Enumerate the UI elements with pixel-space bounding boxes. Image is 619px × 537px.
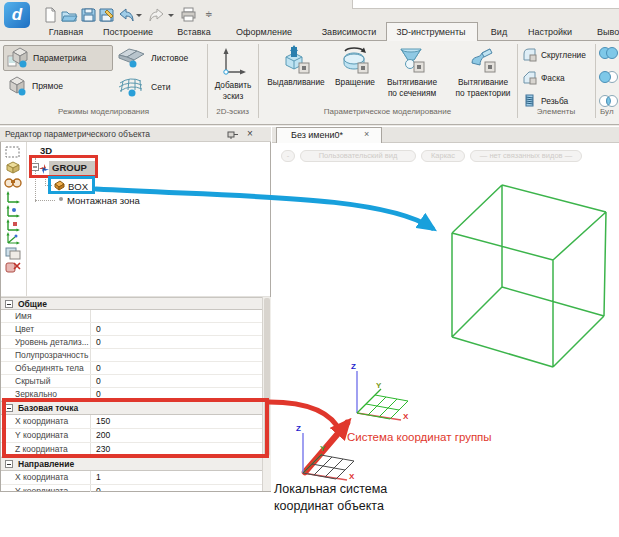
tree-bullet (59, 197, 63, 201)
layers-icon[interactable] (4, 246, 22, 260)
collapse-icon[interactable] (5, 300, 13, 308)
extrude-label: Выдавливание (267, 77, 324, 87)
property-label: Полупрозрачность (15, 349, 88, 361)
solid-preview-icon[interactable] (4, 160, 22, 174)
group-label-boolean: Бул (596, 107, 619, 116)
pryamoe-button[interactable]: Прямое (3, 73, 113, 99)
property-value[interactable]: 0 (96, 336, 101, 348)
tree-node-montage-zone[interactable]: Монтажная зона (67, 195, 140, 206)
tab-nastroyki[interactable]: Настройки (528, 27, 572, 37)
local-cs-annotation: Локальная система координат объекта (274, 481, 387, 515)
property-value[interactable]: 1 (96, 471, 101, 483)
document-tab-close-icon[interactable]: × (364, 129, 369, 139)
open-folder-icon[interactable] (61, 7, 78, 23)
fillet-icon (522, 47, 537, 64)
local-ucs-z-label: Z (296, 424, 301, 433)
add-sketch-label-2: эскиз (223, 91, 243, 101)
viewport-minimize-pill[interactable]: - (281, 150, 295, 162)
seti-button[interactable]: Сети (114, 74, 204, 100)
revolve-label: Вращение (335, 77, 375, 87)
ucs-xyz-icon[interactable] (4, 231, 22, 245)
boolean-union-icon[interactable] (598, 45, 619, 62)
tab-vid[interactable]: Вид (491, 27, 507, 37)
revolve-icon (340, 45, 370, 75)
property-row: Цвет0 (1, 323, 263, 336)
undo-icon[interactable] (118, 7, 135, 23)
listovoe-button[interactable]: Листовое (114, 45, 204, 71)
loft-button[interactable]: Вытягивание по сечениям (380, 45, 444, 99)
property-row: X координата1 (1, 471, 263, 485)
redo-icon[interactable] (148, 7, 165, 23)
parametrica-button[interactable]: Параметрика (3, 45, 113, 71)
property-row: Y координата0 (1, 485, 263, 491)
property-value[interactable]: 0 (96, 375, 101, 387)
ucs-icon-3[interactable] (4, 218, 22, 232)
property-label: X координата (15, 471, 68, 483)
local-ucs-x-label: X (349, 472, 355, 481)
panel-close-icon[interactable]: × (247, 128, 253, 140)
revolve-button[interactable]: Вращение (330, 45, 380, 88)
tab-oformlenie[interactable]: Оформление (236, 27, 292, 37)
collapse-icon[interactable] (5, 460, 13, 468)
extrude-button[interactable]: Выдавливание (262, 45, 330, 88)
tab-3d-instrumenty[interactable]: 3D-инструменты (396, 27, 465, 37)
property-label: Имя (15, 310, 32, 322)
boolean-subtract-icon[interactable] (598, 69, 619, 86)
chamfer-button[interactable]: Фаска (519, 68, 565, 88)
section-label: Направление (18, 459, 74, 469)
chamfer-label: Фаска (541, 73, 565, 83)
local-cs-line1: Локальная система (274, 482, 387, 496)
property-label: Уровень детализ... (15, 336, 89, 348)
delete-parameter-icon[interactable] (4, 260, 22, 274)
undo-dropdown-caret[interactable] (136, 14, 142, 17)
property-value[interactable]: 0 (96, 485, 101, 491)
property-section-direction[interactable]: Направление (1, 457, 263, 471)
sweep-label-1: Вытягивание (458, 77, 508, 87)
property-label: Цвет (15, 323, 34, 335)
group-ucs-y-label: Y (376, 381, 382, 390)
sketch-axes-icon (220, 46, 246, 78)
cube-wireframe[interactable] (452, 185, 606, 367)
fillet-label: Скругление (541, 50, 586, 60)
tab-vstavka[interactable]: Вставка (177, 27, 210, 37)
new-file-icon[interactable] (42, 7, 59, 23)
app-logo[interactable]: d (4, 2, 30, 28)
tab-glavnaya[interactable]: Главная (49, 27, 83, 37)
viewport-linked-views-pill[interactable]: — нет связанных видов — (470, 150, 582, 162)
property-section-obshchie[interactable]: Общие (1, 297, 263, 310)
base-point-highlight-rect (2, 398, 269, 458)
save-as-icon[interactable] (98, 7, 115, 23)
print-icon[interactable] (180, 7, 197, 23)
app-window: d ≑ Главная Построение Вставка Оформлени… (0, 0, 619, 537)
group-ucs-z-label: Z (351, 362, 356, 371)
search-binoculars-icon[interactable] (4, 175, 22, 189)
ucs-icon-1[interactable] (4, 190, 22, 204)
property-label: Объединять тела (15, 362, 84, 374)
tab-vyvod[interactable]: Выво (597, 27, 619, 37)
auto-hide-pin-icon[interactable] (227, 130, 239, 139)
thread-label: Резьба (541, 96, 568, 106)
property-value[interactable]: 0 (96, 362, 101, 374)
property-row: Скрытый0 (1, 375, 263, 388)
fillet-button[interactable]: Скругление (519, 45, 586, 65)
property-row: Полупрозрачность (1, 349, 263, 362)
group-label-elements: Элементы (517, 107, 595, 116)
group-label-parametric-modeling: Параметрическое моделирование (258, 107, 517, 116)
select-region-icon[interactable] (4, 145, 22, 159)
property-label: Y координата (15, 485, 68, 491)
property-value[interactable]: 0 (96, 323, 101, 335)
tab-zavisimosti[interactable]: Зависимости (322, 27, 377, 37)
ribbon-toggle-icon[interactable]: ≑ (205, 9, 213, 19)
add-sketch-button[interactable]: Добавить эскиз (208, 46, 258, 102)
viewport-view-pill[interactable]: Пользовательский вид (300, 150, 416, 162)
tab-postroenie[interactable]: Построение (103, 27, 153, 37)
red-annotation-arrow (305, 423, 347, 472)
save-icon[interactable] (80, 7, 97, 23)
ucs-icon-2[interactable] (4, 204, 22, 218)
parametric-cube-icon (7, 46, 29, 70)
sweep-button[interactable]: Вытягивание по траектории (448, 45, 518, 99)
local-cs-line2: координат объекта (274, 499, 384, 513)
property-row: Уровень детализ...0 (1, 336, 263, 349)
viewport-visual-style-pill[interactable]: Каркас (421, 150, 465, 162)
redo-dropdown-caret[interactable] (168, 14, 174, 17)
